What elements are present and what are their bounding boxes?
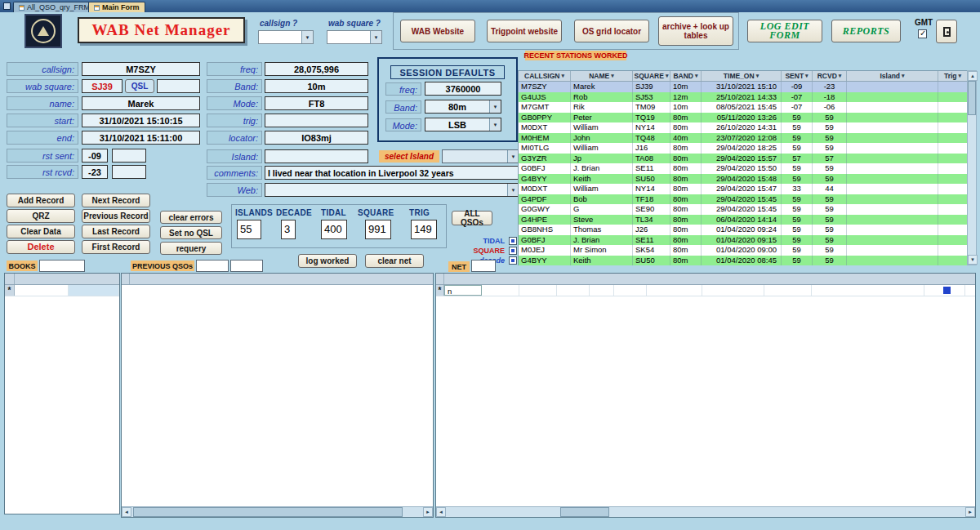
net-log-new-record-row[interactable]: * n	[436, 285, 975, 296]
tidal-checkbox[interactable]	[509, 237, 517, 245]
clear-data-button[interactable]: Clear Data	[7, 225, 75, 238]
table-row[interactable]: G0GWYGSE9080m29/04/2020 15:455959	[519, 204, 967, 215]
net-field[interactable]	[471, 260, 496, 272]
table-row[interactable]: G3YZRJpTA0880m29/04/2020 15:575757	[519, 154, 967, 164]
scroll-track[interactable]	[446, 507, 965, 517]
table-row[interactable]: M7GMTRikTM0910m08/05/2021 15:45-07-06	[519, 102, 967, 113]
log-worked-button[interactable]: log worked	[298, 254, 357, 268]
column-header[interactable]: Island	[847, 71, 938, 81]
net-log-hscrollbar[interactable]	[436, 506, 975, 517]
wab-square-query-combobox[interactable]	[327, 30, 382, 44]
scroll-track[interactable]	[131, 507, 423, 517]
previous-qsos-field-1[interactable]	[196, 260, 229, 272]
new-record-marker[interactable]: *	[436, 285, 444, 296]
time-off-cell[interactable]	[702, 285, 764, 296]
table-row[interactable]: GB8NHSThomasJ2680m01/04/2020 09:245959	[519, 225, 967, 235]
table-row[interactable]: G0BFJJ. BrianSE1180m01/04/2020 09:155959	[519, 235, 967, 246]
table-row[interactable]: G4UJSRobSJ5312m25/10/2021 14:33-07-18	[519, 92, 967, 103]
clear-errors-button[interactable]: clear errors	[160, 211, 222, 224]
table-row[interactable]: M7SZYMarekSJ3910m31/10/2021 15:10-09-23	[519, 82, 967, 92]
recent-table-vscrollbar[interactable]	[967, 70, 977, 265]
session-band-combobox[interactable]: 80m	[425, 100, 501, 114]
scroll-right-icon[interactable]	[965, 507, 975, 517]
istidal-checkbox[interactable]	[943, 287, 951, 294]
decade-checkbox[interactable]	[509, 256, 517, 265]
books-new-record-row[interactable]: *	[5, 285, 119, 296]
rst-rcvd-extra-field[interactable]	[112, 165, 146, 179]
all-qsos-button[interactable]: ALL QSOs	[452, 211, 492, 225]
chevron-down-icon[interactable]	[507, 184, 519, 196]
chevron-down-icon[interactable]	[301, 31, 313, 43]
column-header[interactable]: SENT	[782, 71, 813, 81]
next-record-button[interactable]: Next Record	[82, 194, 150, 207]
name-field[interactable]: Marek	[82, 96, 200, 110]
sent-cell[interactable]	[590, 285, 614, 296]
square-checkbox[interactable]	[509, 247, 517, 255]
gmt-checkbox[interactable]	[918, 29, 927, 38]
previous-record-button[interactable]: Previous Record	[82, 209, 150, 223]
table-row[interactable]: G4PDFBobTF1880m29/04/2020 15:455959	[519, 194, 967, 205]
column-header[interactable]: SQUARE	[633, 71, 670, 81]
archive-lookup-tables-button[interactable]: archive + look up tables	[658, 16, 733, 46]
last-record-button[interactable]: Last Record	[82, 225, 150, 238]
column-header[interactable]: NAME	[571, 71, 633, 81]
scroll-left-icon[interactable]	[122, 507, 131, 517]
locator-field[interactable]: IO83mj	[265, 131, 368, 145]
rst-sent-extra-field[interactable]	[112, 149, 146, 163]
add-record-button[interactable]: Add Record	[7, 194, 75, 207]
select-island-combobox[interactable]	[442, 149, 519, 163]
previous-qsos-field-2[interactable]	[230, 260, 263, 272]
table-row[interactable]: M0HEMJohnTQ4840m23/07/2020 12:085959	[519, 133, 967, 144]
scroll-thumb[interactable]	[133, 507, 403, 517]
wab-square-field[interactable]: SJ39	[82, 79, 122, 93]
clear-net-button[interactable]: clear net	[365, 254, 424, 268]
band-field[interactable]: 10m	[265, 79, 368, 93]
scroll-track[interactable]	[968, 81, 976, 255]
qsl-status-field[interactable]	[157, 79, 200, 93]
delete-button[interactable]: Delete	[7, 240, 75, 254]
trig-cell[interactable]	[764, 285, 812, 296]
start-field[interactable]: 31/10/2021 15:10:15	[82, 114, 200, 127]
table-row[interactable]: MI0TLGWilliamJ1680m29/04/2020 18:255959	[519, 143, 967, 154]
scroll-left-icon[interactable]	[436, 507, 446, 517]
new-record-marker[interactable]: *	[5, 285, 15, 296]
mode-field[interactable]: FT8	[265, 96, 368, 110]
scroll-thumb[interactable]	[968, 81, 976, 115]
trig-field[interactable]	[265, 114, 368, 127]
table-row[interactable]: M0DXTWilliamNY1480m26/10/2020 14:315959	[519, 122, 967, 133]
qsl-button[interactable]: QSL	[125, 79, 154, 93]
name-cell[interactable]	[519, 285, 557, 296]
table-row[interactable]: G0BFJJ. BrianSE1180m29/04/2020 15:505959	[519, 163, 967, 174]
session-freq-field[interactable]: 3760000	[425, 82, 501, 96]
island-field[interactable]	[265, 149, 368, 163]
chevron-down-icon[interactable]	[489, 100, 501, 113]
reports-button[interactable]: REPORTS	[831, 20, 901, 42]
column-header[interactable]: TIME_ON	[702, 71, 782, 81]
wab-website-button[interactable]: WAB Website	[400, 20, 475, 42]
session-mode-combobox[interactable]: LSB	[425, 118, 501, 131]
time-on-cell[interactable]	[647, 285, 702, 296]
net-log-table-body[interactable]	[436, 296, 975, 506]
requery-button[interactable]: requery	[160, 242, 222, 255]
previous-qsos-hscrollbar[interactable]	[122, 506, 433, 517]
istidal-cell[interactable]	[924, 285, 965, 296]
table-row[interactable]: G4BYYKeithSU5080m29/04/2020 15:485959	[519, 174, 967, 185]
callsign-field[interactable]: M7SZY	[82, 62, 200, 76]
table-row[interactable]: M0DXTWilliamNY1480m29/04/2020 15:473344	[519, 184, 967, 194]
set-no-qsl-button[interactable]: Set no QSL	[160, 226, 222, 239]
table-row[interactable]: GB0PPYPeterTQ1980m05/11/2020 13:265959	[519, 113, 967, 123]
callsign-query-combobox[interactable]	[258, 30, 314, 44]
chevron-down-icon[interactable]	[489, 118, 501, 131]
freq-field[interactable]: 28,075,996	[265, 62, 368, 76]
scroll-thumb[interactable]	[560, 507, 609, 517]
os-grid-locator-button[interactable]: OS grid locator	[574, 20, 649, 42]
scroll-down-icon[interactable]	[968, 255, 978, 265]
tab-main-form[interactable]: Main Form	[88, 2, 145, 12]
scroll-up-icon[interactable]	[968, 71, 978, 81]
column-header[interactable]: Trig	[938, 71, 968, 81]
books-table-body[interactable]	[5, 296, 119, 514]
call-cell[interactable]	[482, 285, 519, 296]
island-cell[interactable]	[812, 285, 924, 296]
rst-rcvd-field[interactable]: -23	[82, 165, 108, 179]
web-field[interactable]	[265, 183, 519, 197]
